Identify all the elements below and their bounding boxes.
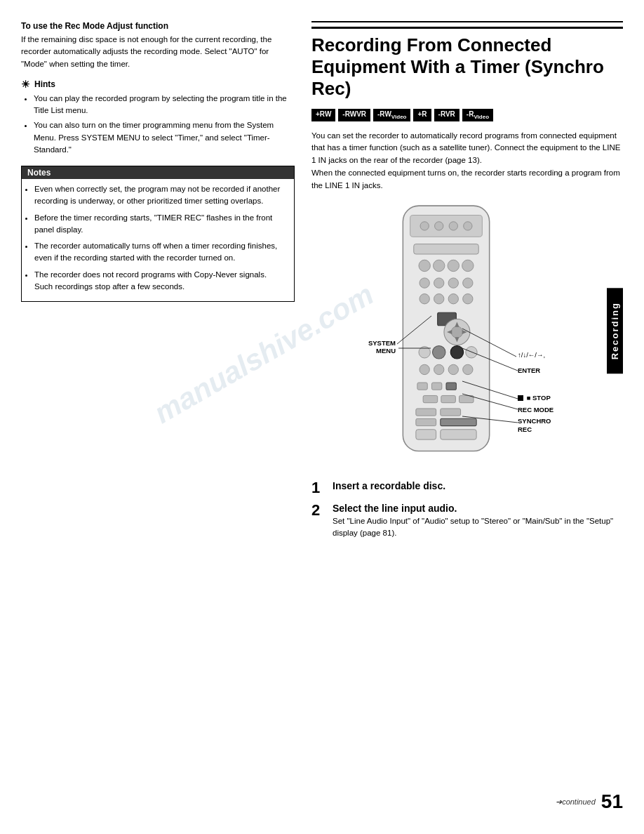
svg-point-16	[434, 293, 444, 303]
step-1-content: Insert a recordable disc.	[333, 480, 445, 493]
svg-point-31	[434, 364, 444, 374]
svg-rect-36	[446, 383, 456, 390]
svg-point-21	[451, 326, 462, 337]
right-body: You can set the recorder to automaticall…	[311, 130, 623, 192]
svg-rect-6	[414, 244, 479, 253]
note-item: The recorder does not record programs wi…	[34, 269, 287, 293]
footer-continued: ➔continued	[556, 797, 596, 807]
svg-point-11	[420, 278, 429, 288]
format-badges: +RW -RWVR -RWVideo +R -RVR -RVideo	[311, 109, 623, 121]
svg-rect-45	[441, 429, 476, 439]
svg-point-15	[420, 293, 429, 303]
svg-point-18	[463, 293, 473, 303]
svg-rect-34	[417, 383, 427, 390]
note-item: Even when correctly set, the program may…	[34, 183, 287, 208]
svg-point-7	[419, 260, 430, 271]
side-label: Recording	[607, 288, 623, 373]
svg-point-5	[464, 221, 472, 230]
rec-mode-body: If the remaining disc space is not enoug…	[21, 34, 295, 70]
note-item: Before the timer recording starts, "TIME…	[34, 212, 287, 237]
hints-label: Hints	[34, 79, 55, 89]
label-arrows: ↑/↓/←/→,	[518, 351, 545, 359]
badge-minus-rwvr: -RWVR	[338, 109, 370, 121]
step-2-content: Select the line input audio. Set "Line A…	[333, 503, 623, 540]
svg-point-27	[432, 345, 445, 359]
remote-diagram-container: SYSTEMMENU	[311, 202, 623, 469]
step-2-body: Set "Line Audio Input" of "Audio" setup …	[333, 515, 623, 540]
step-2-title: Select the line input audio.	[333, 503, 623, 514]
steps-list: 1 Insert a recordable disc. 2 Select the…	[311, 480, 623, 540]
hints-box: ☀ Hints You can play the recorded progra…	[21, 79, 295, 156]
label-rec-mode: REC MODE	[518, 406, 554, 413]
hints-list: You can play the recorded program by sel…	[21, 93, 295, 156]
svg-point-17	[448, 293, 458, 303]
svg-point-26	[419, 346, 430, 357]
step-1-title: Insert a recordable disc.	[333, 480, 445, 491]
svg-point-30	[420, 364, 429, 374]
hint-item: You can also turn on the timer programmi…	[34, 119, 295, 156]
svg-point-14	[463, 278, 473, 288]
label-synchro-rec: SYNCHROREC	[518, 417, 551, 435]
left-column: To use the Rec Mode Adjust function If t…	[21, 21, 295, 771]
hints-icon: ☀	[21, 79, 30, 90]
hint-item: You can play the recorded program by sel…	[34, 93, 295, 117]
svg-rect-40	[416, 409, 436, 416]
badge-plus-r: +R	[413, 109, 431, 121]
svg-point-9	[448, 260, 459, 271]
svg-point-4	[449, 221, 457, 230]
step-2: 2 Select the line input audio. Set "Line…	[311, 503, 623, 540]
svg-rect-35	[431, 383, 441, 390]
step-1: 1 Insert a recordable disc.	[311, 480, 623, 496]
page: To use the Rec Mode Adjust function If t…	[0, 0, 644, 834]
notes-header: Notes	[22, 166, 294, 179]
svg-rect-42	[441, 418, 476, 425]
svg-rect-37	[423, 395, 438, 402]
footer-page-number: 51	[601, 790, 623, 813]
step-2-num: 2	[311, 503, 326, 518]
badge-minus-rvr: -RVR	[434, 109, 459, 121]
badge-minus-rvideo: -RVideo	[462, 109, 493, 121]
label-enter: ENTER	[518, 366, 540, 374]
svg-rect-41	[441, 409, 461, 416]
label-stop: ■ STOP	[518, 394, 551, 402]
right-column: Recording From Connected Equipment With …	[311, 21, 623, 771]
badge-minus-rwvideo: -RWVideo	[373, 109, 410, 121]
notes-box: Notes Even when correctly set, the progr…	[21, 166, 295, 302]
svg-rect-43	[416, 418, 436, 425]
remote-svg	[383, 202, 509, 462]
right-body-text: You can set the recorder to automaticall…	[311, 131, 620, 190]
svg-point-32	[448, 364, 458, 374]
svg-point-3	[435, 221, 443, 230]
svg-point-28	[450, 345, 464, 359]
svg-point-29	[466, 346, 477, 357]
svg-point-8	[434, 260, 445, 271]
svg-point-2	[420, 221, 429, 230]
step-1-num: 1	[311, 480, 326, 496]
svg-rect-38	[441, 395, 456, 402]
svg-point-10	[462, 260, 474, 271]
svg-point-12	[434, 278, 444, 288]
label-system-menu: SYSTEMMENU	[354, 339, 396, 355]
svg-rect-39	[459, 395, 474, 402]
note-item: The recorder automatically turns off whe…	[34, 240, 287, 265]
right-title: Recording From Connected Equipment With …	[311, 27, 623, 100]
hints-header: ☀ Hints	[21, 79, 295, 90]
badge-plus-rw: +RW	[311, 109, 335, 121]
svg-point-13	[448, 278, 458, 288]
page-footer: ➔continued 51	[21, 785, 623, 813]
svg-point-33	[463, 364, 473, 374]
rec-mode-title: To use the Rec Mode Adjust function	[21, 21, 295, 31]
svg-rect-44	[416, 429, 436, 439]
title-divider	[311, 21, 623, 22]
notes-list: Even when correctly set, the program may…	[22, 179, 294, 301]
